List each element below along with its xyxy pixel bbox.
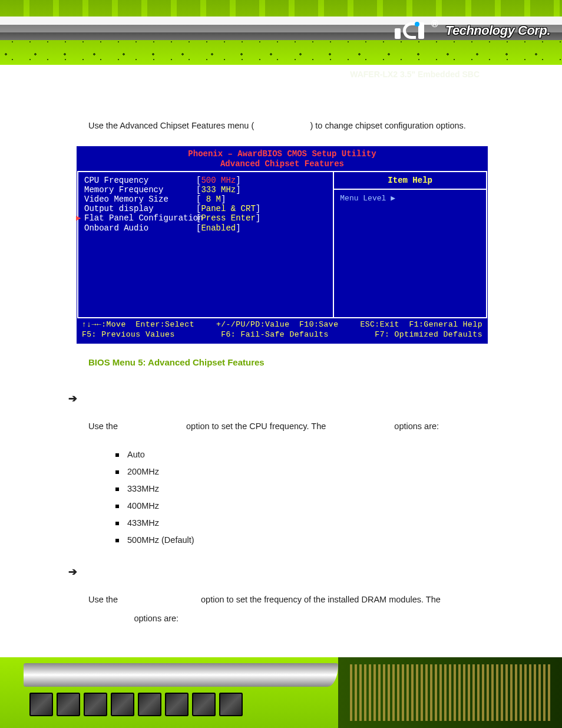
intro-pre: Use the Advanced Chipset Features menu ( xyxy=(88,121,254,130)
bios-setting-value: [333 MHz] xyxy=(196,185,241,195)
bios-setting-value: [500 MHz] xyxy=(196,176,241,185)
figure-caption: BIOS Menu 5: Advanced Chipset Features xyxy=(88,354,513,371)
arrow-icon: ➔ xyxy=(68,562,77,582)
bios-foot-1b: +/-/PU/PD:Value F10:Save xyxy=(216,321,339,330)
memory-frequency-heading: ➔ Memory Frequency [333MHz] xyxy=(68,562,513,582)
page-number: Page 89 xyxy=(513,642,544,651)
bios-settings-pane: CPU Frequency[500 MHz]Memory Frequency[3… xyxy=(77,171,333,318)
page-footer-band xyxy=(0,657,562,728)
cpu-para-b2: CPU Frequency xyxy=(328,421,392,431)
option-item: 433MHz xyxy=(115,515,513,532)
bios-setting-label: Onboard Audio xyxy=(84,223,196,233)
footer-shelf-graphic xyxy=(24,663,338,687)
iei-logo-icon xyxy=(395,22,424,39)
brand-block: ® Technology Corp. xyxy=(395,17,550,45)
mem-para-pre: Use the xyxy=(88,595,120,604)
cpu-frequency-paragraph: Use the CPU Frequency option to set the … xyxy=(88,417,513,436)
cpu-para-mid: option to set the CPU frequency. The xyxy=(186,421,328,431)
bios-title: Phoenix – AwardBIOS CMOS Setup Utility xyxy=(77,147,487,159)
cpu-para-pre: Use the xyxy=(88,421,120,431)
section-number: 6.4 xyxy=(88,92,103,103)
bios-foot-1a: ↑↓→←:Move Enter:Select xyxy=(82,321,194,330)
bios-help-title: Item Help xyxy=(334,172,486,190)
brand-dot: . xyxy=(547,23,550,38)
bios-setting-label: Flat Panel Configuration xyxy=(84,213,196,223)
bios-help-pane: Item Help Menu Level ▶ xyxy=(333,171,487,318)
bios-setting-row: Memory Frequency[333 MHz] xyxy=(84,185,327,195)
product-name: WAFER-LX2 3.5" Embedded SBC xyxy=(350,70,480,79)
bios-body: CPU Frequency[500 MHz]Memory Frequency[3… xyxy=(77,171,487,318)
memory-frequency-heading-text: Memory Frequency [333MHz] xyxy=(83,564,206,581)
brand-text: Technology Corp. xyxy=(445,23,550,38)
bios-help-body: Menu Level ▶ xyxy=(334,190,486,208)
cpu-para-b1: CPU Frequency xyxy=(120,421,184,431)
intro-ref: BIOS Menu 5 xyxy=(256,121,308,130)
bios-setting-value: [Enabled] xyxy=(196,223,241,233)
option-item: 333MHz xyxy=(115,480,513,498)
mem-para-b1: Memory Frequency xyxy=(120,595,199,604)
bios-setting-value: [ 8 M] xyxy=(196,195,226,204)
cpu-frequency-options: Auto200MHz333MHz400MHz433MHz500MHz (Defa… xyxy=(115,446,513,549)
intro-post: ) to change chipset configuration option… xyxy=(310,121,465,130)
brand-text-label: Technology Corp xyxy=(445,23,547,38)
bios-foot-2c: F7: Optimized Defaults xyxy=(375,331,482,340)
bios-screenshot: Phoenix – AwardBIOS CMOS Setup Utility A… xyxy=(77,146,488,344)
bios-setting-row: Video Memory Size[ 8 M] xyxy=(84,195,327,204)
bios-setting-row: Onboard Audio[Enabled] xyxy=(84,223,327,233)
cpu-frequency-heading-text: CPU Frequency [500MHz] xyxy=(83,390,190,407)
option-item: 200MHz xyxy=(115,463,513,480)
intro-paragraph: Use the Advanced Chipset Features menu (… xyxy=(88,118,513,134)
page-content: 6.4 Advanced Chipset Features Use the Ad… xyxy=(88,88,513,638)
cpu-frequency-heading: ➔ CPU Frequency [500MHz] xyxy=(68,388,513,409)
memory-frequency-paragraph: Use the Memory Frequency option to set t… xyxy=(88,591,513,628)
bios-footer: ↑↓→←:Move Enter:Select +/-/PU/PD:Value F… xyxy=(77,318,487,343)
bios-setting-value: [Press Enter] xyxy=(196,213,260,223)
footer-connector-graphic xyxy=(338,657,562,728)
mem-para-mid: option to set the frequency of the insta… xyxy=(201,595,443,604)
bios-foot-2b: F6: Fail-Safe Defaults xyxy=(221,331,329,340)
option-item: 500MHz (Default) xyxy=(115,532,513,549)
section-heading: 6.4 Advanced Chipset Features xyxy=(88,88,513,107)
cpu-para-post: options are: xyxy=(394,421,439,431)
bios-setting-label: CPU Frequency xyxy=(84,176,196,185)
arrow-icon: ➔ xyxy=(68,388,77,409)
bios-setting-row: CPU Frequency[500 MHz] xyxy=(84,176,327,185)
bios-foot-1c: ESC:Exit F1:General Help xyxy=(360,321,482,330)
page-header-band: ® Technology Corp. xyxy=(0,0,562,65)
registered-mark: ® xyxy=(431,19,438,29)
bios-subtitle: Advanced Chipset Features xyxy=(77,159,487,171)
footer-chips-graphic xyxy=(29,693,243,716)
option-item: 400MHz xyxy=(115,498,513,515)
section-title-text: Advanced Chipset Features xyxy=(105,92,237,103)
mem-para-post: options are: xyxy=(134,614,178,623)
bios-setting-label: Output display xyxy=(84,204,196,213)
bios-setting-label: Memory Frequency xyxy=(84,185,196,195)
bios-foot-2a: F5: Previous Values xyxy=(82,331,175,340)
bios-setting-row: Output display[Panel & CRT] xyxy=(84,204,327,213)
bios-setting-value: [Panel & CRT] xyxy=(196,204,260,213)
bios-setting-label: Video Memory Size xyxy=(84,195,196,204)
option-item: Auto xyxy=(115,446,513,463)
bios-setting-row: Flat Panel Configuration[Press Enter] xyxy=(84,213,327,223)
